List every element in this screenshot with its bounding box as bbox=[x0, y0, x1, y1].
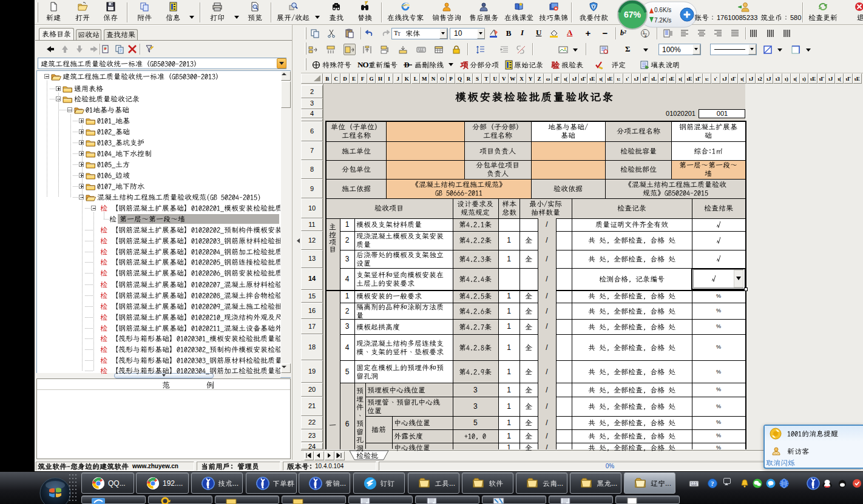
svg-text:T: T bbox=[398, 32, 401, 37]
svg-text:?: ? bbox=[711, 480, 714, 487]
